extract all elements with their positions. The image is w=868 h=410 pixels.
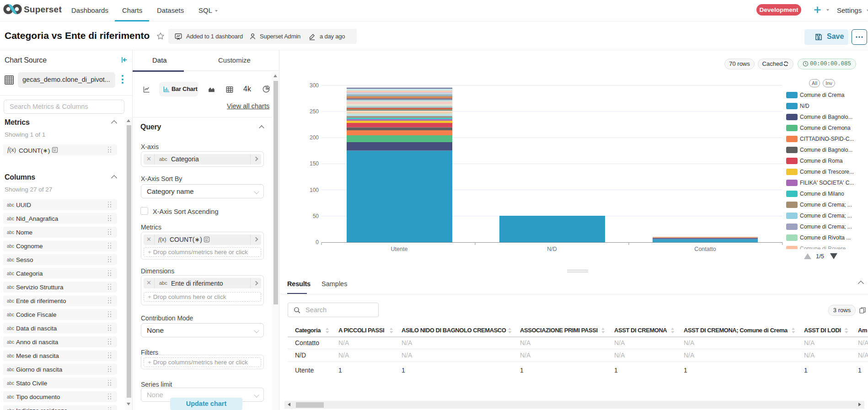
svg-text:N/D: N/D [547,246,557,252]
svg-text:200: 200 [310,134,319,141]
svg-text:Contatto: Contatto [694,246,716,252]
svg-text:Utente: Utente [391,246,408,252]
svg-text:100: 100 [310,187,319,193]
svg-text:250: 250 [310,108,319,115]
svg-text:150: 150 [310,160,319,167]
svg-text:300: 300 [310,82,319,89]
svg-text:50: 50 [313,213,319,219]
svg-text:0: 0 [316,239,319,245]
